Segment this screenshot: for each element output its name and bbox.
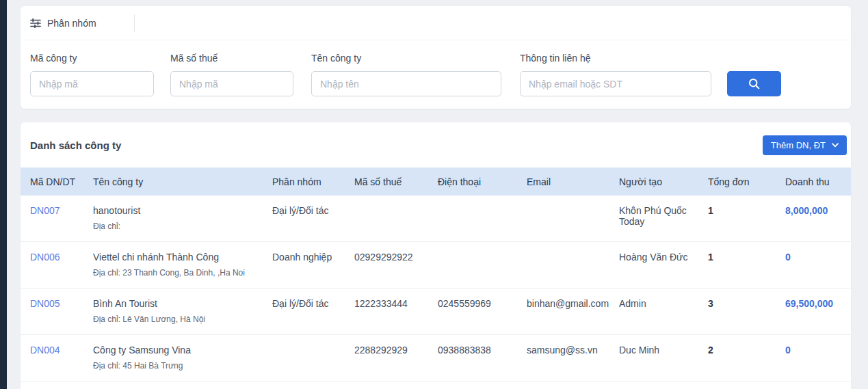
company-address: Địa chỉ: 45 Hai Bà Trưng bbox=[93, 361, 265, 371]
table-row: DN003 Công ty cổ phần FPT Doanh nghiệp 0… bbox=[21, 381, 851, 389]
divider bbox=[134, 14, 135, 32]
filter-tab[interactable] bbox=[137, 19, 152, 27]
company-orders: 2 bbox=[708, 345, 713, 356]
filter-field: Mã số thuế bbox=[170, 53, 293, 96]
page-title: Danh sách công ty bbox=[30, 139, 121, 151]
column-header: Người tạo bbox=[619, 167, 708, 196]
company-tax-code: 02392929292 bbox=[354, 381, 438, 389]
company-creator: Hoàng Văn Đức bbox=[619, 242, 708, 289]
company-group: Doanh nghiệp bbox=[272, 242, 354, 289]
column-header: Phân nhóm bbox=[272, 167, 354, 196]
filter-field-input[interactable] bbox=[30, 71, 154, 96]
filter-field-label: Mã công ty bbox=[30, 53, 154, 64]
company-email: fpt@vn.vn bbox=[527, 381, 619, 389]
filter-fields: Mã công ty Mã số thuế Tên công ty Thông … bbox=[30, 53, 727, 96]
table-row: DN004 Công ty Samsung Vina Địa chỉ: 45 H… bbox=[21, 335, 851, 381]
company-group bbox=[272, 335, 354, 381]
table-row: DN006 Viettel chi nhánh Thành Công Địa c… bbox=[21, 242, 851, 289]
company-orders: 1 bbox=[708, 205, 713, 216]
filter-tabs bbox=[137, 19, 182, 27]
add-company-button[interactable]: Thêm DN, ĐT bbox=[763, 135, 847, 155]
filter-field-input[interactable] bbox=[520, 71, 711, 96]
company-phone: 0245559969 bbox=[438, 289, 527, 335]
filter-field-label: Mã số thuế bbox=[170, 53, 293, 64]
sliders-icon bbox=[30, 18, 41, 28]
table-header-row: Mã DN/DTTên công tyPhân nhómMã số thuếĐi… bbox=[21, 167, 851, 196]
company-group: Đại lý/Đối tác bbox=[272, 289, 354, 335]
chevron-down-icon bbox=[832, 143, 839, 148]
column-header: Mã DN/DT bbox=[21, 167, 93, 196]
company-revenue-link[interactable]: 0 bbox=[785, 345, 791, 356]
company-creator: Admin bbox=[619, 289, 708, 335]
company-revenue-link[interactable]: 0 bbox=[785, 252, 791, 263]
company-code-link[interactable]: DN006 bbox=[30, 252, 60, 263]
company-code-link[interactable]: DN005 bbox=[30, 298, 60, 309]
company-revenue-link[interactable]: 69,500,000 bbox=[785, 298, 833, 309]
filter-field-label: Thông tin liên hệ bbox=[520, 53, 711, 64]
company-email bbox=[527, 196, 619, 242]
company-email: samsung@ss.vn bbox=[527, 335, 619, 381]
main-content: Phân nhóm Mã công ty Mã số thuế Tên công… bbox=[7, 0, 868, 389]
company-phone: 0938883838 bbox=[438, 335, 527, 381]
company-email bbox=[527, 242, 619, 289]
company-creator: Khôn Phú Quốc Today bbox=[619, 196, 708, 242]
card-header: Danh sách công ty Thêm DN, ĐT bbox=[21, 122, 851, 167]
column-header: Doanh thu bbox=[785, 167, 851, 196]
group-filter-button[interactable]: Phân nhóm bbox=[30, 18, 134, 29]
search-button[interactable] bbox=[727, 71, 781, 96]
company-list-card: Danh sách công ty Thêm DN, ĐT Mã DN/DTTê… bbox=[21, 122, 851, 389]
filter-tab[interactable] bbox=[167, 19, 182, 27]
add-company-button-label: Thêm DN, ĐT bbox=[771, 140, 826, 150]
company-group: Đại lý/Đối tác bbox=[272, 196, 354, 242]
filter-card: Phân nhóm Mã công ty Mã số thuế Tên công… bbox=[21, 6, 851, 109]
filter-fields-row: Mã công ty Mã số thuế Tên công ty Thông … bbox=[21, 40, 851, 109]
column-header: Điện thoại bbox=[438, 167, 527, 196]
column-header: Email bbox=[527, 167, 619, 196]
column-header: Mã số thuế bbox=[354, 167, 438, 196]
company-orders: 1 bbox=[708, 252, 713, 263]
company-name: hanotourist bbox=[93, 205, 265, 216]
company-code-link[interactable]: DN007 bbox=[30, 205, 60, 216]
company-name: Viettel chi nhánh Thành Công bbox=[93, 252, 265, 263]
table-row: DN007 hanotourist Địa chỉ: Đại lý/Đối tá… bbox=[21, 196, 851, 242]
sidebar-edge bbox=[0, 0, 7, 389]
filter-tabs-row: Phân nhóm bbox=[21, 6, 851, 40]
group-filter-label: Phân nhóm bbox=[47, 18, 96, 29]
magnifier-icon bbox=[748, 78, 760, 90]
company-tax-code: 02929292922 bbox=[354, 242, 438, 289]
filter-field: Thông tin liên hệ bbox=[520, 53, 711, 96]
filter-field-input[interactable] bbox=[170, 71, 293, 96]
company-address: Địa chỉ: Lê Văn Lương, Hà Nội bbox=[93, 314, 265, 325]
company-address: Địa chỉ: 23 Thanh Cong, Ba Dinh, ,Ha Noi bbox=[93, 268, 265, 278]
table-body: DN007 hanotourist Địa chỉ: Đại lý/Đối tá… bbox=[21, 196, 851, 389]
filter-tab[interactable] bbox=[152, 19, 167, 27]
company-name: Bình An Tourist bbox=[93, 298, 265, 309]
company-code-link[interactable]: DN004 bbox=[30, 345, 60, 356]
filter-field-label: Tên công ty bbox=[311, 53, 501, 64]
company-creator: Duc Minh bbox=[619, 335, 708, 381]
company-phone bbox=[438, 196, 527, 242]
column-header: Tên công ty bbox=[93, 167, 272, 196]
company-tax-code: 1222333444 bbox=[354, 289, 438, 335]
company-address: Địa chỉ: bbox=[93, 222, 265, 232]
company-revenue-link[interactable]: 8,000,000 bbox=[785, 205, 828, 216]
company-name: Công ty Samsung Vina bbox=[93, 345, 265, 356]
company-phone: 02329292920 bbox=[438, 381, 527, 389]
filter-field-input[interactable] bbox=[311, 71, 501, 96]
company-phone bbox=[438, 242, 527, 289]
filter-field: Mã công ty bbox=[30, 53, 154, 96]
company-creator: Duc Minh bbox=[619, 381, 708, 389]
company-email: binhan@gmail.com bbox=[527, 289, 619, 335]
company-table: Mã DN/DTTên công tyPhân nhómMã số thuếĐi… bbox=[21, 167, 851, 389]
filter-field: Tên công ty bbox=[311, 53, 501, 96]
company-group: Doanh nghiệp bbox=[272, 381, 354, 389]
table-row: DN005 Bình An Tourist Địa chỉ: Lê Văn Lư… bbox=[21, 289, 851, 335]
company-orders: 3 bbox=[708, 298, 713, 309]
column-header: Tổng đơn bbox=[708, 167, 785, 196]
company-tax-code: 2288292929 bbox=[354, 335, 438, 381]
company-tax-code bbox=[354, 196, 438, 242]
